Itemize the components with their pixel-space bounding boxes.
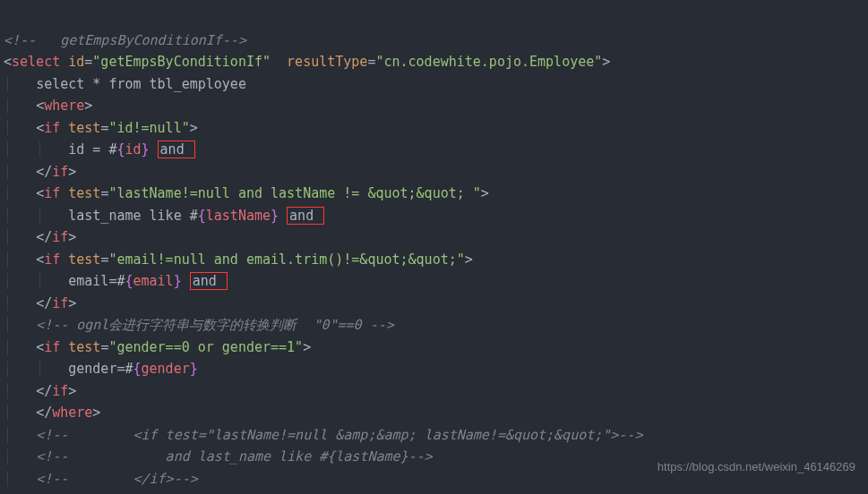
test1: "id!=null" xyxy=(108,120,189,136)
code-block: <!-- getEmpsByConditionIf--> <select id=… xyxy=(0,0,868,494)
highlight-and-3: and xyxy=(190,272,228,290)
bracket: < xyxy=(4,54,12,70)
tag-if: if xyxy=(44,120,60,136)
tail-comment-3: <!-- </if>--> xyxy=(36,471,198,487)
highlight-and-2: and xyxy=(287,207,324,225)
comment-ognl: <!-- ognl会进行字符串与数字的转换判断 "0"==0 --> xyxy=(36,317,394,333)
watermark: https://blog.csdn.net/weixin_46146269 xyxy=(657,456,855,479)
attr-id-value: "getEmpsByConditionIf" xyxy=(92,54,271,70)
tail-comment-2: <!-- and last_name like #{lastName}--> xyxy=(36,448,433,464)
tag-select: select xyxy=(12,54,60,70)
attr-resulttype-value: "cn.codewhite.pojo.Employee" xyxy=(375,54,602,70)
attr-id: id xyxy=(68,54,84,70)
tag-where: where xyxy=(44,98,84,114)
highlight-and-1: and xyxy=(158,141,195,158)
test3: "email!=null and email.trim()!=&quot;&qu… xyxy=(108,251,464,268)
attr-resulttype: resultType xyxy=(287,54,367,70)
test4: "gender==0 or gender==1" xyxy=(108,339,303,355)
comment-line: <!-- getEmpsByConditionIf--> xyxy=(4,32,246,48)
sql-text: select * from tbl_employee xyxy=(36,76,246,92)
test2: "lastName!=null and lastName != &quot;&q… xyxy=(108,185,480,201)
tail-comment-1: <!-- <if test="lastName!=null &amp;&amp;… xyxy=(36,427,642,443)
